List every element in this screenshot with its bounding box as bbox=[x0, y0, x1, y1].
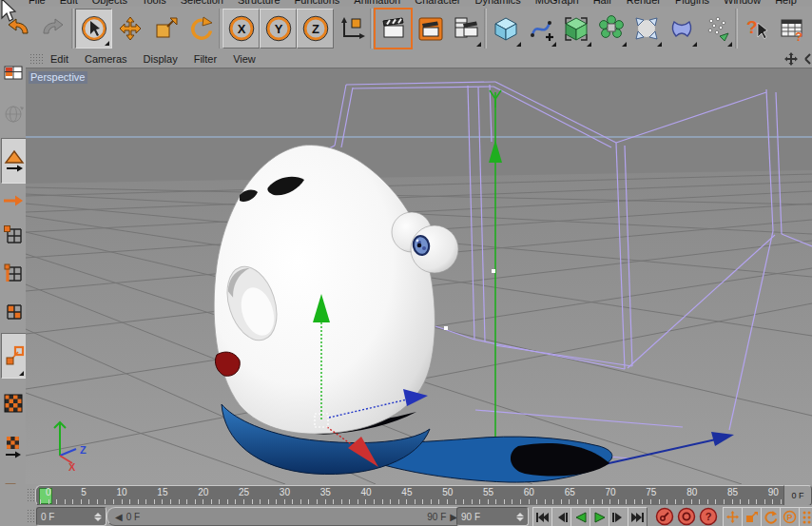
menu-item[interactable]: Character bbox=[415, 0, 460, 6]
menu-item[interactable]: Plugins bbox=[675, 0, 709, 6]
camera-label[interactable]: Perspective bbox=[29, 71, 87, 84]
key-parameter-toggle[interactable]: P bbox=[780, 507, 800, 526]
drag-grip-icon[interactable] bbox=[27, 509, 34, 522]
viewport-menu-item[interactable]: View bbox=[233, 53, 256, 65]
menu-item[interactable]: Tools bbox=[142, 0, 166, 6]
next-key-icon bbox=[611, 512, 626, 523]
dropdown-corner-icon bbox=[105, 41, 109, 46]
frame-label: 65 bbox=[565, 487, 575, 497]
live-selection-button[interactable] bbox=[75, 9, 112, 49]
key-rotation-toggle[interactable] bbox=[761, 507, 781, 526]
range-left-arrow-icon[interactable]: ◀ bbox=[115, 512, 123, 522]
pan-view-icon[interactable] bbox=[783, 51, 799, 67]
menu-item[interactable]: Render bbox=[627, 0, 661, 6]
content-browser-button[interactable]: ? bbox=[774, 9, 809, 49]
selection-dot[interactable] bbox=[492, 269, 495, 273]
scene-svg: Z X bbox=[26, 68, 812, 484]
previous-key-button[interactable] bbox=[551, 507, 571, 526]
end-frame-spinner[interactable] bbox=[512, 513, 524, 521]
point-mode-button[interactable] bbox=[1, 217, 25, 253]
render-settings-button[interactable] bbox=[413, 9, 448, 49]
menu-item[interactable]: Functions bbox=[295, 0, 340, 6]
menu-item[interactable]: Help bbox=[775, 0, 797, 6]
viewport-menu-item[interactable]: Display bbox=[144, 53, 178, 65]
end-frame-field[interactable]: 90 F bbox=[456, 507, 529, 526]
object-mode-button[interactable] bbox=[1, 333, 27, 379]
rotate-button[interactable] bbox=[183, 9, 218, 49]
environment-button[interactable] bbox=[628, 9, 664, 49]
selection-dot[interactable] bbox=[444, 326, 448, 330]
help-button[interactable]: ? bbox=[739, 9, 774, 49]
frame-range-slider[interactable]: ◀ 0 F 90 F ▶ bbox=[106, 507, 466, 526]
menu-item[interactable]: Edit bbox=[60, 0, 78, 6]
primitive-cube-button[interactable] bbox=[488, 9, 523, 49]
modeling-objects-button[interactable] bbox=[593, 9, 628, 49]
goto-start-button[interactable] bbox=[532, 507, 552, 526]
spline-button[interactable] bbox=[523, 9, 558, 49]
autokeying-button[interactable] bbox=[676, 506, 696, 526]
svg-text:P: P bbox=[786, 513, 792, 522]
texture-axis-mode-icon bbox=[2, 435, 25, 459]
transport-bar: 0 F ◀ 0 F 90 F ▶ 90 F bbox=[0, 505, 812, 526]
next-key-button[interactable] bbox=[609, 507, 628, 526]
scale-button[interactable] bbox=[147, 9, 183, 49]
frame-label: 30 bbox=[280, 487, 290, 497]
render-view-button[interactable] bbox=[374, 8, 413, 49]
menu-item[interactable]: File bbox=[29, 0, 46, 6]
menu-item[interactable]: Objects bbox=[92, 0, 127, 6]
play-forward-button[interactable] bbox=[590, 507, 609, 526]
menu-item[interactable]: Animation bbox=[354, 0, 400, 6]
record-keyframe-button[interactable] bbox=[654, 506, 674, 526]
key-scale-toggle[interactable] bbox=[742, 507, 762, 526]
lock-z-axis-button[interactable]: Z bbox=[297, 9, 334, 49]
svg-text:Z: Z bbox=[312, 22, 319, 36]
edge-mode-button[interactable] bbox=[1, 255, 25, 291]
key-position-toggle[interactable] bbox=[723, 507, 743, 526]
drag-grip-icon[interactable] bbox=[29, 53, 43, 65]
frame-label: 85 bbox=[727, 487, 738, 497]
dropdown-corner-icon bbox=[692, 42, 697, 47]
object-axis-mode-button[interactable] bbox=[1, 186, 25, 215]
move-button[interactable] bbox=[112, 9, 147, 49]
key-pla-toggle[interactable] bbox=[799, 507, 812, 526]
make-editable-button[interactable] bbox=[1, 138, 27, 184]
zoom-view-icon[interactable] bbox=[804, 51, 812, 67]
menu-item[interactable]: Selection bbox=[181, 0, 223, 6]
timeline: 051015202530354045505560657075808590 0 F bbox=[0, 484, 812, 505]
frame-spinner[interactable] bbox=[89, 513, 102, 521]
viewport-3d-canvas[interactable]: Perspective bbox=[26, 68, 812, 484]
layout-manager-button[interactable] bbox=[1, 55, 25, 91]
viewport-menu-item[interactable]: Cameras bbox=[85, 53, 127, 65]
particles-button[interactable] bbox=[699, 9, 734, 49]
menu-item[interactable]: Structure bbox=[238, 0, 280, 6]
deformer-button[interactable] bbox=[664, 9, 699, 49]
menu-item[interactable]: Hair bbox=[593, 0, 612, 6]
render-view-icon bbox=[379, 14, 408, 43]
menu-item[interactable]: Window bbox=[724, 0, 761, 6]
viewport-area: EditCamerasDisplayFilterView Perspective bbox=[26, 50, 812, 484]
menu-item[interactable]: MoGraph bbox=[535, 0, 579, 6]
redo-button[interactable] bbox=[35, 9, 70, 49]
viewport-menu-item[interactable]: Filter bbox=[194, 53, 217, 65]
cinema4d-window: FileEditObjectsToolsSelectionStructureFu… bbox=[0, 0, 812, 526]
render-queue-button[interactable] bbox=[448, 9, 483, 49]
hypernurbs-button[interactable] bbox=[558, 9, 593, 49]
drag-grip-icon[interactable] bbox=[27, 488, 34, 501]
viewport-menu-item[interactable]: Edit bbox=[50, 53, 68, 65]
texture-axis-mode-button[interactable] bbox=[1, 427, 25, 467]
play-backward-button[interactable] bbox=[570, 507, 590, 526]
texture-mode-button[interactable] bbox=[1, 383, 25, 423]
record-options-button[interactable]: ? bbox=[698, 506, 718, 526]
lock-y-axis-button[interactable]: Y bbox=[260, 9, 297, 49]
coordinate-system-button[interactable] bbox=[334, 9, 369, 49]
goto-end-button[interactable] bbox=[628, 507, 648, 526]
current-frame-field[interactable]: 0 F bbox=[36, 507, 106, 526]
menu-item[interactable]: Dynamics bbox=[475, 0, 521, 6]
lock-x-axis-button[interactable]: X bbox=[222, 9, 260, 49]
world-coordinates-button[interactable] bbox=[1, 93, 25, 135]
timeline-ruler[interactable]: 051015202530354045505560657075808590 bbox=[35, 485, 785, 506]
live-selection-icon bbox=[80, 14, 108, 43]
timeline-end-frame-box[interactable]: 0 F bbox=[783, 485, 812, 506]
key-scale-icon bbox=[744, 510, 759, 524]
polygon-mode-button[interactable] bbox=[1, 293, 25, 329]
